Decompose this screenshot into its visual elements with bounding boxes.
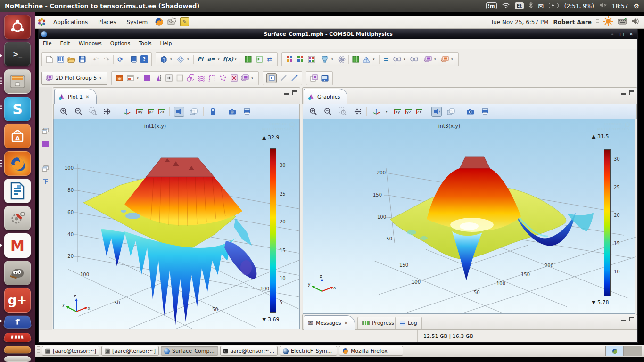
- view-minimize-button[interactable]: [284, 90, 289, 95]
- menu-options[interactable]: Options: [106, 41, 134, 47]
- nomachine-indicator-icon[interactable]: !m: [486, 2, 497, 9]
- zoom-extents-icon[interactable]: [102, 107, 113, 117]
- view-maximize-button[interactable]: [292, 90, 297, 95]
- add-physics-icon[interactable]: [285, 55, 294, 63]
- print-icon[interactable]: [480, 107, 490, 117]
- redo-icon[interactable]: ↷: [102, 55, 111, 63]
- chevron-down-icon[interactable]: ▾: [187, 58, 191, 61]
- distributor-logo-icon[interactable]: [37, 17, 46, 26]
- build-mesh-icon[interactable]: [351, 55, 360, 63]
- view-xy-icon[interactable]: xy: [136, 109, 143, 114]
- session-gear-icon[interactable]: ⚙: [633, 2, 639, 10]
- gmail-icon[interactable]: M: [4, 233, 31, 258]
- tab-plot1[interactable]: Plot 1 ✕: [54, 89, 97, 105]
- import-icon[interactable]: [255, 55, 263, 63]
- panel-clock[interactable]: Tue Nov 25, 6:57 PM: [491, 19, 549, 25]
- chevron-down-icon[interactable]: ▾: [251, 76, 255, 80]
- transparency-icon[interactable]: [189, 107, 199, 117]
- image-plot-icon[interactable]: [230, 74, 238, 82]
- system-settings-icon[interactable]: [4, 206, 31, 230]
- zoom-in-icon[interactable]: [308, 107, 318, 117]
- mail-launcher-icon[interactable]: [167, 17, 176, 26]
- line-tool-icon[interactable]: [279, 74, 288, 82]
- zoom-box-icon[interactable]: [337, 107, 347, 117]
- wifi-icon[interactable]: [502, 2, 510, 9]
- view-xy-icon[interactable]: xy: [394, 109, 401, 114]
- plot-group-icon[interactable]: [423, 55, 432, 63]
- chevron-down-icon[interactable]: ▾: [331, 58, 335, 61]
- view-maximize-button[interactable]: [629, 317, 634, 321]
- add-multiphysics-icon[interactable]: [296, 55, 305, 63]
- skype-icon[interactable]: S: [4, 97, 31, 121]
- print-icon[interactable]: [242, 107, 252, 117]
- menu-tools[interactable]: Tools: [134, 41, 156, 47]
- tab-close-icon[interactable]: ✕: [85, 94, 89, 99]
- menu-system[interactable]: System: [121, 19, 153, 25]
- software-center-icon[interactable]: A: [4, 124, 31, 148]
- window-maximize-button[interactable]: □: [619, 32, 625, 37]
- study-icon[interactable]: [393, 55, 401, 63]
- stacked-app-icon[interactable]: [3, 346, 32, 354]
- gimp-icon[interactable]: [4, 261, 31, 285]
- volume-muted-icon[interactable]: [599, 2, 607, 9]
- restore-view-icon[interactable]: [41, 165, 50, 173]
- contour-plot-icon[interactable]: [175, 74, 184, 82]
- functions-icon[interactable]: f(x): [224, 55, 232, 63]
- plot-icon[interactable]: [440, 55, 449, 63]
- graphics-canvas[interactable]: int3(x,y) COMSOL MULTIPHYSICS ▲ 31.5 30 …: [303, 119, 635, 314]
- workspace-switcher[interactable]: [605, 346, 642, 356]
- chevron-down-icon[interactable]: ▾: [235, 58, 239, 61]
- chevron-down-icon[interactable]: ▾: [373, 58, 377, 61]
- stacked-app-icon[interactable]: [3, 333, 32, 342]
- player-icon[interactable]: [321, 74, 329, 82]
- open-file-icon[interactable]: [67, 55, 75, 63]
- chevron-down-icon[interactable]: ▾: [170, 58, 174, 61]
- tab-graphics[interactable]: Graphics: [304, 89, 347, 105]
- menu-windows[interactable]: Windows: [74, 41, 106, 47]
- taskbar-window-button[interactable]: aare@tensor:~...: [220, 346, 278, 356]
- menu-places[interactable]: Places: [93, 19, 121, 25]
- taskbar-window-button[interactable]: ElectricF_Sym...: [280, 346, 337, 356]
- keyboard-layout-indicator[interactable]: Et: [515, 2, 524, 9]
- scene-light-icon[interactable]: [174, 107, 184, 117]
- tab-close-icon[interactable]: ✕: [344, 321, 348, 326]
- view-minimize-button[interactable]: [621, 317, 626, 321]
- help-icon[interactable]: ?: [140, 55, 148, 63]
- file-archiver-icon[interactable]: [4, 69, 31, 94]
- workspace-1[interactable]: [606, 346, 624, 356]
- view-minimize-button[interactable]: [621, 90, 626, 95]
- taskbar-window-button[interactable]: [aare@tensor:~]: [101, 346, 159, 356]
- plot-settings-icon[interactable]: [115, 74, 124, 82]
- sync-icon[interactable]: ⇄: [265, 55, 274, 63]
- settings-view-icon[interactable]: [41, 140, 50, 148]
- comsol-titlebar[interactable]: Surface_Comp1.mph - COMSOL Multiphysics …: [39, 29, 637, 39]
- zoom-out-icon[interactable]: [73, 107, 83, 117]
- chevron-down-icon[interactable]: ▾: [434, 58, 438, 61]
- taskbar-window-button[interactable]: Mozilla Firefox: [339, 346, 403, 356]
- stacked-app-icon[interactable]: [3, 356, 32, 362]
- firefox-launcher-icon[interactable]: [155, 17, 164, 26]
- zoom-in-icon[interactable]: [58, 107, 69, 117]
- battery-icon[interactable]: [549, 3, 559, 9]
- snapshot-camera-icon[interactable]: [227, 107, 238, 117]
- plot-window-icon[interactable]: [126, 74, 134, 82]
- plot-group-selector[interactable]: 2D Plot Group 5 ▾: [41, 72, 107, 85]
- new-file-icon[interactable]: [45, 55, 54, 63]
- chevron-down-icon[interactable]: ▾: [218, 58, 222, 61]
- view-zx-icon[interactable]: zx: [158, 109, 165, 114]
- chevron-down-icon[interactable]: ▾: [137, 76, 140, 80]
- menu-file[interactable]: File: [39, 41, 56, 47]
- menu-applications[interactable]: Applications: [48, 19, 93, 25]
- volume-icon[interactable]: [632, 18, 640, 26]
- material-icon[interactable]: [244, 55, 252, 63]
- plot1-canvas[interactable]: int1(x,y) COMSOL MULTIPHYSICS ▲ 32.9 30 …: [53, 119, 300, 329]
- save-icon[interactable]: [78, 55, 86, 63]
- chevron-down-icon[interactable]: ▾: [451, 58, 455, 61]
- view-yz-icon[interactable]: yz: [405, 109, 412, 114]
- mesh-triangle-icon[interactable]: [362, 55, 371, 63]
- menu-edit[interactable]: Edit: [56, 41, 74, 47]
- menu-help[interactable]: Help: [156, 41, 176, 47]
- wave-plot-icon[interactable]: [197, 74, 206, 82]
- compute-icon[interactable]: =: [382, 55, 390, 63]
- documentation-icon[interactable]: [130, 55, 138, 63]
